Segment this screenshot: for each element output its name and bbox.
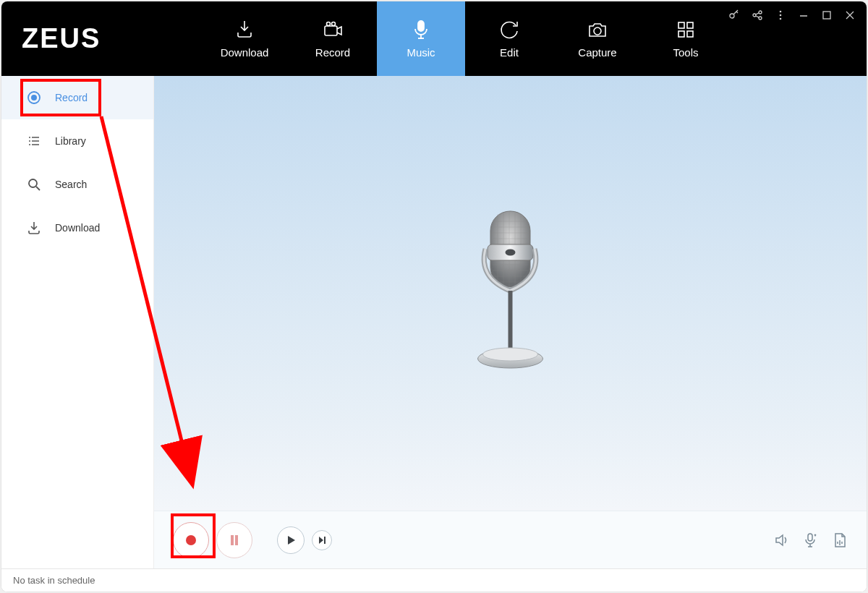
- svg-point-23: [506, 249, 516, 255]
- svg-point-19: [29, 179, 37, 187]
- svg-rect-28: [231, 535, 234, 545]
- nav-capture[interactable]: Capture: [553, 1, 642, 76]
- sidebar-item-label: Download: [55, 222, 100, 234]
- microphone-icon: [410, 19, 432, 40]
- svg-point-1: [327, 22, 331, 26]
- svg-rect-31: [808, 534, 812, 541]
- menu-dots-icon[interactable]: [774, 9, 787, 22]
- key-icon[interactable]: [728, 9, 741, 22]
- camera-icon: [587, 19, 608, 40]
- status-text: No task in schedule: [13, 575, 95, 586]
- svg-point-14: [780, 14, 782, 17]
- record-dot-icon: [26, 90, 42, 106]
- volume-icon[interactable]: [774, 532, 790, 548]
- list-icon: [26, 133, 42, 149]
- nav-edit[interactable]: Edit: [465, 1, 553, 76]
- title-bar: ZEUS Download: [1, 1, 867, 76]
- sidebar-item-search[interactable]: Search: [1, 163, 153, 206]
- svg-point-10: [753, 14, 756, 17]
- body: Record Library Search Download: [1, 76, 867, 568]
- svg-point-13: [780, 11, 782, 13]
- nav-label: Music: [407, 46, 435, 59]
- file-audio-icon[interactable]: [832, 532, 848, 548]
- svg-rect-6: [687, 22, 693, 28]
- download-icon: [26, 220, 42, 236]
- svg-rect-5: [678, 22, 684, 28]
- nav-music[interactable]: Music: [377, 1, 465, 76]
- svg-rect-30: [324, 537, 326, 544]
- svg-rect-24: [509, 291, 513, 349]
- sidebar-item-record[interactable]: Record: [1, 76, 153, 119]
- window-controls: [728, 9, 856, 22]
- sidebar: Record Library Search Download: [1, 76, 154, 568]
- sidebar-item-label: Library: [55, 135, 86, 147]
- play-button[interactable]: [277, 526, 305, 554]
- microphone-illustration: [461, 207, 559, 380]
- svg-point-11: [759, 11, 762, 14]
- svg-rect-3: [418, 21, 424, 31]
- nav-label: Tools: [673, 46, 698, 59]
- nav-download[interactable]: Download: [200, 1, 289, 76]
- maximize-button[interactable]: [820, 9, 833, 22]
- svg-rect-0: [325, 26, 337, 35]
- status-bar: No task in schedule: [1, 568, 867, 592]
- svg-rect-16: [823, 12, 830, 19]
- svg-point-9: [730, 14, 734, 18]
- share-icon[interactable]: [751, 9, 764, 22]
- content: [154, 76, 867, 568]
- svg-rect-29: [235, 535, 238, 545]
- sidebar-item-label: Record: [55, 92, 88, 103]
- download-icon: [234, 19, 255, 40]
- next-button[interactable]: [312, 530, 332, 550]
- svg-rect-7: [678, 31, 684, 37]
- svg-rect-8: [687, 31, 693, 37]
- search-icon: [26, 176, 42, 192]
- svg-point-27: [186, 535, 196, 545]
- svg-point-12: [759, 17, 762, 20]
- mic-settings-icon[interactable]: [803, 532, 819, 548]
- sidebar-item-download[interactable]: Download: [1, 206, 153, 249]
- close-button[interactable]: [843, 9, 856, 22]
- nav-label: Download: [221, 46, 269, 59]
- nav-record[interactable]: Record: [289, 1, 377, 76]
- svg-point-26: [483, 348, 538, 361]
- app-window: ZEUS Download: [1, 1, 867, 592]
- svg-point-18: [31, 95, 37, 101]
- nav-label: Edit: [500, 46, 519, 59]
- minimize-button[interactable]: [797, 9, 810, 22]
- svg-point-15: [780, 18, 782, 20]
- grid-icon: [675, 19, 697, 40]
- pause-button[interactable]: [216, 522, 252, 558]
- svg-point-2: [332, 22, 336, 26]
- svg-point-4: [594, 27, 601, 35]
- top-nav: Download Record: [200, 1, 730, 76]
- app-logo: ZEUS: [1, 1, 200, 76]
- sidebar-item-label: Search: [55, 179, 87, 190]
- video-record-icon: [322, 19, 344, 40]
- nav-label: Capture: [578, 46, 616, 59]
- nav-tools[interactable]: Tools: [642, 1, 730, 76]
- app-name: ZEUS: [22, 23, 101, 54]
- record-stage: [154, 76, 867, 511]
- refresh-icon: [498, 19, 520, 40]
- record-button[interactable]: [173, 522, 209, 558]
- playbar-right: [774, 532, 848, 548]
- nav-label: Record: [315, 46, 350, 59]
- player-controls: [154, 511, 867, 568]
- sidebar-item-library[interactable]: Library: [1, 119, 153, 163]
